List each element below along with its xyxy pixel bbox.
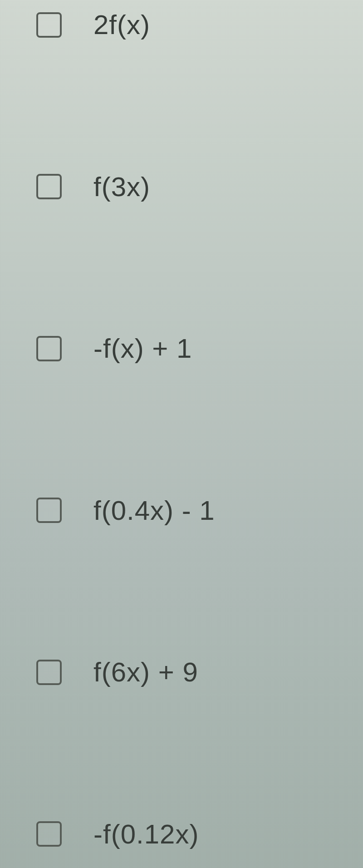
option-row: -f(0.12x) — [23, 819, 340, 850]
option-row: 2f(x) — [23, 9, 340, 40]
option-label: -f(0.12x) — [93, 819, 199, 850]
option-label: f(6x) + 9 — [93, 656, 198, 688]
option-label: -f(x) + 1 — [93, 333, 192, 364]
option-row: f(3x) — [23, 171, 340, 202]
checkbox-option-5[interactable] — [36, 821, 62, 847]
option-label: 2f(x) — [93, 9, 150, 40]
checkbox-option-4[interactable] — [36, 660, 62, 685]
option-label: f(0.4x) - 1 — [93, 495, 215, 526]
checkbox-option-1[interactable] — [36, 174, 62, 199]
checkbox-option-2[interactable] — [36, 336, 62, 361]
checkbox-option-0[interactable] — [36, 12, 62, 38]
option-row: f(6x) + 9 — [23, 656, 340, 688]
options-list: 2f(x) f(3x) -f(x) + 1 f(0.4x) - 1 f(6x) … — [23, 5, 340, 863]
option-row: f(0.4x) - 1 — [23, 495, 340, 526]
checkbox-option-3[interactable] — [36, 498, 62, 523]
option-label: f(3x) — [93, 171, 150, 202]
option-row: -f(x) + 1 — [23, 333, 340, 364]
